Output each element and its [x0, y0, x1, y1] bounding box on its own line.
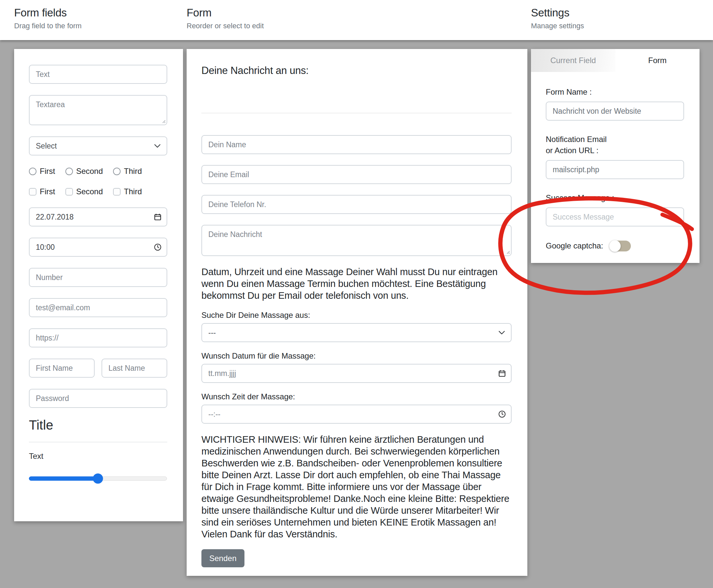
checkbox-label: Second: [76, 187, 103, 196]
field-name-row: [29, 359, 167, 378]
notification-input[interactable]: [546, 160, 684, 179]
heading-divider: [201, 113, 512, 113]
resize-handle-icon[interactable]: [505, 250, 510, 254]
checkbox-option-third[interactable]: Third: [113, 187, 142, 196]
field-password: [29, 389, 167, 408]
notification-label: Notification Email or Action URL :: [546, 134, 684, 156]
tab-current-field[interactable]: Current Field: [531, 49, 615, 72]
range-slider[interactable]: [29, 473, 167, 484]
time-field[interactable]: [29, 238, 167, 257]
radio-icon[interactable]: [65, 168, 73, 175]
slider-thumb[interactable]: [93, 474, 103, 484]
field-text: [29, 65, 167, 84]
header-subtitle-form-fields: Drag field to the form: [14, 22, 82, 30]
text-widget-label: Text: [29, 451, 167, 461]
email-field[interactable]: [29, 298, 167, 317]
checkbox-icon[interactable]: [65, 188, 73, 195]
calendar-icon[interactable]: [498, 370, 506, 377]
checkbox-label: Third: [124, 187, 142, 196]
select-field[interactable]: Select: [29, 136, 167, 155]
field-deine-email: [201, 165, 512, 184]
google-captcha-toggle[interactable]: [609, 240, 631, 251]
date-field[interactable]: [29, 207, 167, 227]
slider-fill: [29, 477, 98, 481]
field-number: [29, 268, 167, 287]
url-field[interactable]: [29, 328, 167, 348]
settings-panel: Current Field Form Form Name : Notificat…: [531, 49, 699, 263]
resize-handle-icon[interactable]: [161, 119, 166, 123]
field-telefon: [201, 195, 512, 214]
notification-label-line2: or Action URL :: [546, 145, 684, 156]
field-notification: [546, 160, 684, 179]
radio-icon[interactable]: [29, 168, 37, 175]
radio-option-second[interactable]: Second: [65, 167, 103, 176]
toggle-knob[interactable]: [609, 240, 621, 252]
settings-form-tab-content: Form Name : Notification Email or Action…: [531, 72, 699, 251]
form-heading: Deine Nachricht an uns:: [201, 65, 512, 77]
field-nachricht: [201, 225, 512, 256]
radio-label: Third: [124, 167, 142, 176]
field-url: [29, 328, 167, 348]
header-settings: Settings Manage settings: [531, 6, 584, 30]
header-subtitle-form: Reorder or select to edit: [187, 22, 264, 30]
last-name-field[interactable]: [102, 359, 167, 378]
header-title-settings: Settings: [531, 6, 584, 19]
divider: [29, 442, 167, 442]
success-message-input[interactable]: [546, 207, 684, 227]
checkbox-icon[interactable]: [29, 188, 37, 195]
field-form-name: [546, 102, 684, 121]
senden-button[interactable]: Senden: [201, 549, 244, 567]
radio-label: First: [40, 167, 55, 176]
header-form-fields: Form fields Drag field to the form: [14, 6, 82, 30]
info-paragraph: Datum, Uhrzeit und eine Massage Deiner W…: [201, 266, 512, 301]
deine-email-field[interactable]: [201, 165, 512, 184]
form-fields-panel: Select First Second Third First Second: [14, 49, 183, 521]
radio-option-first[interactable]: First: [29, 167, 55, 176]
notice-paragraph: WICHTIGER HINWEIS: Wir führen keine ärzt…: [201, 434, 512, 540]
clock-icon[interactable]: [154, 243, 161, 251]
success-message-label: Success Message :: [546, 192, 684, 204]
password-field[interactable]: [29, 389, 167, 408]
google-captcha-label: Google captcha:: [546, 240, 603, 251]
field-success-message: [546, 207, 684, 227]
massage-select-value: ---: [208, 328, 216, 337]
header-form: Form Reorder or select to edit: [187, 6, 264, 30]
radio-label: Second: [76, 167, 103, 176]
field-wunsch-datum: [201, 364, 512, 383]
header-title-form-fields: Form fields: [14, 6, 82, 19]
field-textarea: [29, 95, 167, 125]
textarea-field[interactable]: [29, 95, 167, 125]
field-time: [29, 238, 167, 257]
checkbox-option-second[interactable]: Second: [65, 187, 103, 196]
checkbox-option-first[interactable]: First: [29, 187, 55, 196]
wunsch-datum-field[interactable]: [201, 364, 512, 383]
dein-name-field[interactable]: [201, 135, 512, 154]
radio-group: First Second Third: [29, 167, 167, 176]
first-name-field[interactable]: [29, 359, 95, 378]
chevron-down-icon: [154, 144, 161, 148]
number-field[interactable]: [29, 268, 167, 287]
calendar-icon[interactable]: [154, 213, 161, 221]
massage-select-label: Suche Dir Deine Massage aus:: [201, 311, 512, 320]
settings-tabs: Current Field Form: [531, 49, 699, 72]
radio-option-third[interactable]: Third: [113, 167, 142, 176]
radio-icon[interactable]: [113, 168, 121, 175]
telefon-field[interactable]: [201, 195, 512, 214]
nachricht-field[interactable]: [201, 225, 512, 256]
text-field[interactable]: [29, 65, 167, 84]
field-wunsch-zeit: [201, 405, 512, 424]
field-dein-name: [201, 135, 512, 154]
wunsch-datum-label: Wunsch Datum für die Massage:: [201, 351, 512, 361]
form-preview-panel: Deine Nachricht an uns: Datum, Uhrzeit u…: [187, 49, 527, 576]
select-field-label: Select: [36, 142, 57, 150]
form-name-input[interactable]: [546, 102, 684, 121]
checkbox-icon[interactable]: [113, 188, 121, 195]
checkbox-group: First Second Third: [29, 187, 167, 196]
field-date: [29, 207, 167, 227]
wunsch-zeit-field[interactable]: [201, 405, 512, 424]
clock-icon[interactable]: [498, 410, 506, 418]
header-subtitle-settings: Manage settings: [531, 22, 584, 30]
wunsch-zeit-label: Wunsch Zeit der Massage:: [201, 392, 512, 401]
massage-select[interactable]: ---: [201, 323, 512, 342]
tab-form[interactable]: Form: [615, 49, 700, 72]
